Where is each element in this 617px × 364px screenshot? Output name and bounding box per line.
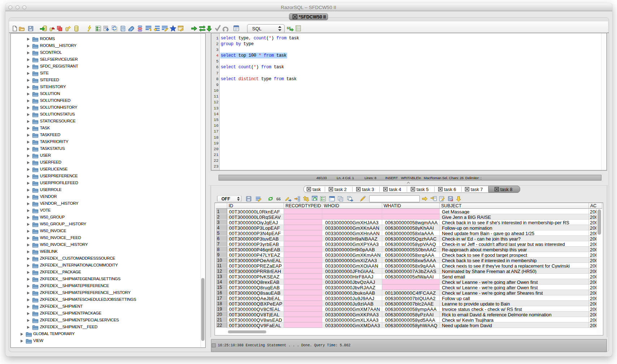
svg-text:66: 66 [276,196,281,202]
